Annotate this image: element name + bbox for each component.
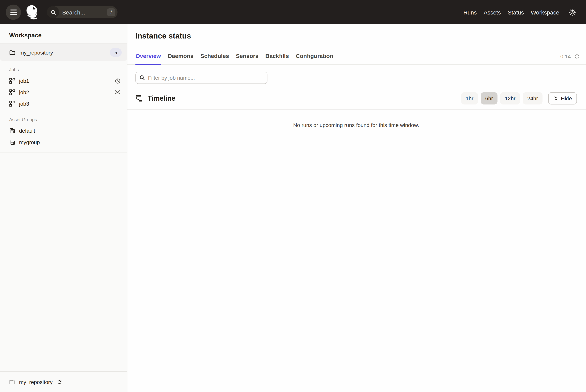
sidebar-footer-repository[interactable]: my_repository [0,372,127,392]
job-icon [9,89,15,95]
refresh-icon [574,53,580,59]
refresh-now-button[interactable] [574,53,580,59]
hide-timeline-button[interactable]: Hide [548,92,577,104]
tab-sensors[interactable]: Sensors [236,48,258,64]
auto-refresh-timer: 0:14 [560,53,580,59]
tab-daemons[interactable]: Daemons [168,48,193,64]
footer-repository-name: my_repository [19,379,53,385]
jobs-section-label: Jobs [0,61,127,75]
sidebar-title: Workspace [0,24,127,44]
empty-state-message: No runs or upcoming runs found for this … [136,122,577,128]
collapse-icon [553,96,558,101]
sidebar-item-job2[interactable]: job2 [0,86,127,98]
gantt-chart-icon [136,94,143,102]
refresh-countdown: 0:14 [560,53,571,59]
settings-button[interactable] [569,8,576,16]
app-root: Search... / Runs Assets Status Workspace [0,0,586,392]
job-name: job2 [19,89,29,95]
nav-link-workspace[interactable]: Workspace [531,9,559,16]
instance-status-page: Instance status Overview Daemons Schedul… [127,24,586,392]
sidebar-item-group-mygroup[interactable]: mygroup [0,136,127,148]
tab-schedules[interactable]: Schedules [201,48,229,64]
divider [127,110,586,110]
folder-icon [9,50,16,56]
folder-icon [9,379,16,385]
hamburger-icon [10,10,17,15]
search-shortcut-key: / [107,8,115,16]
hamburger-menu-button[interactable] [6,4,21,20]
main-header: Instance status [127,24,586,40]
sensor-icon [114,89,121,96]
asset-group-icon [9,128,15,134]
search-placeholder: Search... [62,9,85,16]
nav-link-status[interactable]: Status [508,9,524,16]
hide-button-label: Hide [561,95,572,102]
job-name: job3 [19,101,29,107]
job-icon [9,78,15,84]
gear-icon [569,8,576,16]
range-button-24hr[interactable]: 24hr [523,92,542,104]
repository-count-badge: 5 [110,48,122,57]
nav-link-runs[interactable]: Runs [463,9,477,16]
asset-groups-section-label: Asset Groups [0,110,127,125]
asset-group-name: mygroup [19,139,40,145]
reload-repository-button[interactable] [57,379,62,384]
clock-icon [115,78,121,84]
range-button-12hr[interactable]: 12hr [500,92,520,104]
sidebar-spacer [0,153,127,372]
top-nav: Search... / Runs Assets Status Workspace [0,0,586,24]
sidebar-item-job1[interactable]: job1 [0,75,127,86]
sidebar-item-group-default[interactable]: default [0,125,127,136]
global-search[interactable]: Search... / [47,6,118,18]
repository-row[interactable]: my_repository 5 [0,44,127,61]
page-title: Instance status [136,31,577,40]
job-name: job1 [19,78,29,84]
search-icon [47,6,59,18]
top-nav-links: Runs Assets Status Workspace [463,8,576,16]
timeline-title-group: Timeline [136,94,175,102]
timeline-controls: 1hr 6hr 12hr 24hr Hide [461,92,577,104]
workspace-sidebar: Workspace my_repository 5 Jobs job1 [0,24,127,392]
instance-tabs: Overview Daemons Schedules Sensors Backf… [127,48,586,65]
range-button-6hr[interactable]: 6hr [481,92,497,104]
nav-link-assets[interactable]: Assets [483,9,501,16]
sidebar-item-job3[interactable]: job3 [0,98,127,110]
range-button-1hr[interactable]: 1hr [461,92,478,104]
job-icon [9,101,15,107]
refresh-icon [57,379,62,384]
job-filter-input[interactable] [136,72,267,84]
asset-group-name: default [19,128,35,134]
job-filter [136,72,267,84]
asset-group-icon [9,139,15,145]
overview-tab-content: Timeline 1hr 6hr 12hr 24hr Hide [127,65,586,392]
timeline-title: Timeline [148,94,175,102]
tab-configuration[interactable]: Configuration [296,48,333,64]
timeline-header: Timeline 1hr 6hr 12hr 24hr Hide [136,92,577,104]
tab-backfills[interactable]: Backfills [265,48,289,64]
repository-name: my_repository [20,50,106,56]
tab-overview[interactable]: Overview [136,48,161,64]
dagster-logo[interactable] [24,4,41,20]
